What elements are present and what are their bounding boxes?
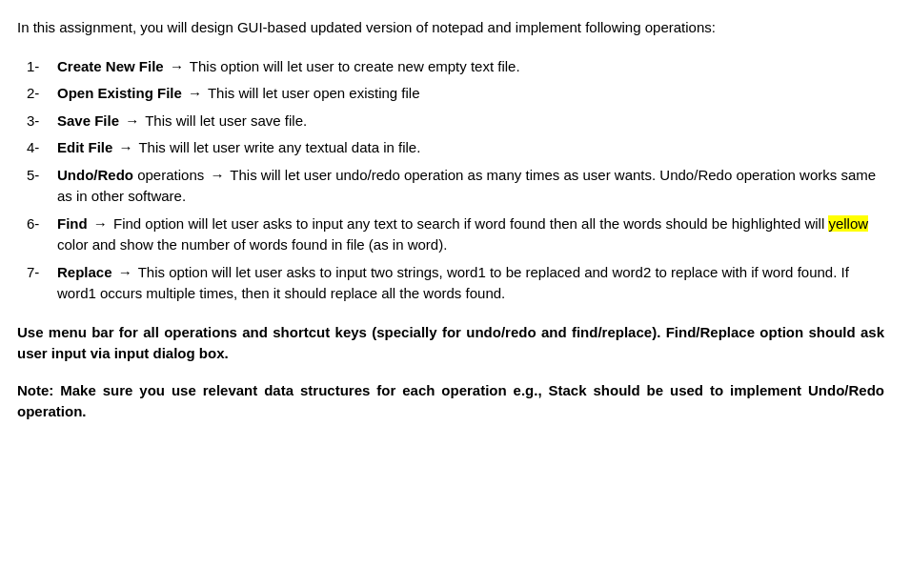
term-edit-file: Edit File bbox=[57, 139, 112, 155]
list-content: Replace → This option will let user asks… bbox=[57, 262, 884, 305]
term-save-file: Save File bbox=[57, 112, 119, 129]
list-number: 7- bbox=[27, 262, 57, 284]
arrow-icon: → bbox=[119, 139, 133, 155]
arrow-icon: → bbox=[125, 112, 139, 129]
intro-paragraph: In this assignment, you will design GUI-… bbox=[17, 17, 884, 39]
description: This option will let user asks to input … bbox=[57, 264, 849, 302]
list-item: 5- Undo/Redo operations → This will let … bbox=[27, 165, 884, 208]
list-number: 3- bbox=[27, 111, 57, 132]
operations-list: 1- Create New File → This option will le… bbox=[17, 56, 884, 305]
highlighted-word-yellow: yellow bbox=[828, 215, 868, 232]
list-item: 7- Replace → This option will let user a… bbox=[27, 262, 884, 305]
arrow-icon: → bbox=[210, 167, 224, 183]
term-find: Find bbox=[57, 215, 88, 232]
description-part2: color and show the number of words found… bbox=[57, 236, 447, 253]
description-pre: operations bbox=[137, 167, 204, 183]
list-item: 2- Open Existing File → This will let us… bbox=[27, 83, 884, 105]
arrow-icon: → bbox=[170, 58, 184, 74]
term-create-new-file: Create New File bbox=[57, 58, 164, 74]
term-replace: Replace bbox=[57, 264, 112, 280]
list-content: Open Existing File → This will let user … bbox=[57, 83, 884, 105]
list-item: 3- Save File → This will let user save f… bbox=[27, 111, 884, 132]
list-content: Create New File → This option will let u… bbox=[57, 56, 884, 78]
list-item: 4- Edit File → This will let user write … bbox=[27, 137, 884, 159]
list-item: 6- Find → Find option will let user asks… bbox=[27, 213, 884, 256]
arrow-icon: → bbox=[93, 215, 108, 232]
description-part1: Find option will let user asks to input … bbox=[113, 215, 828, 232]
list-item: 1- Create New File → This option will le… bbox=[27, 56, 884, 78]
list-content: Undo/Redo operations → This will let use… bbox=[57, 165, 884, 208]
description: This will let user open existing file bbox=[208, 85, 420, 101]
menu-bar-note: Use menu bar for all operations and shor… bbox=[17, 322, 884, 365]
list-content: Edit File → This will let user write any… bbox=[57, 137, 884, 159]
list-number: 5- bbox=[27, 165, 57, 187]
list-content: Save File → This will let user save file… bbox=[57, 111, 884, 132]
arrow-icon: → bbox=[188, 85, 202, 101]
list-number: 1- bbox=[27, 56, 57, 78]
list-number: 4- bbox=[27, 137, 57, 159]
term-undo-redo: Undo/Redo bbox=[57, 167, 133, 183]
description: This will let user save file. bbox=[145, 112, 307, 129]
term-open-existing-file: Open Existing File bbox=[57, 85, 182, 101]
list-number: 2- bbox=[27, 83, 57, 105]
list-content: Find → Find option will let user asks to… bbox=[57, 213, 884, 256]
data-structures-note: Note: Make sure you use relevant data st… bbox=[17, 380, 884, 423]
arrow-icon: → bbox=[118, 264, 132, 280]
list-number: 6- bbox=[27, 213, 57, 235]
description: This will let user write any textual dat… bbox=[138, 139, 420, 155]
description: This option will let user to create new … bbox=[190, 58, 520, 74]
